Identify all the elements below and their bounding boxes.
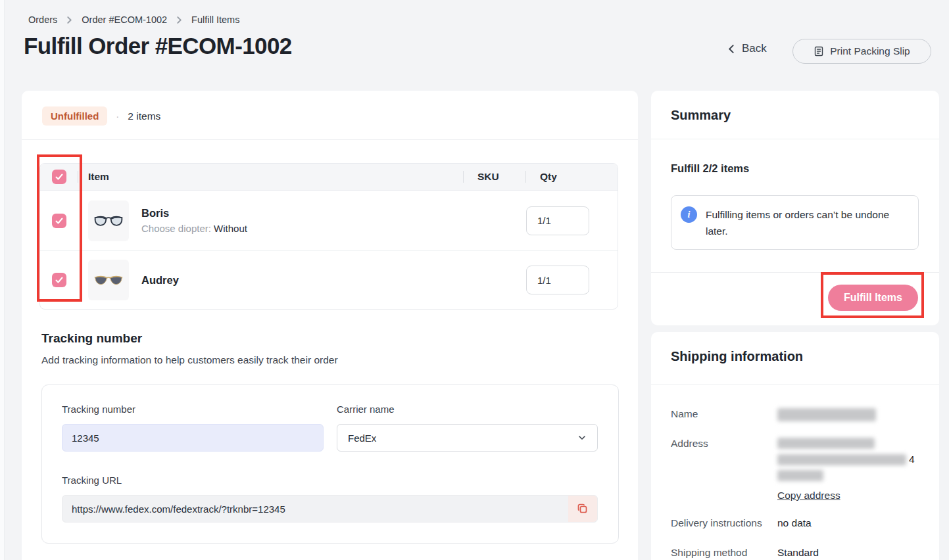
redacted-name-value [777,408,876,421]
copy-icon [577,503,589,515]
carrier-select[interactable]: FedEx [337,424,598,452]
item-name: Audrey [141,274,179,287]
divider [651,272,939,273]
item-option-value: Without [214,223,247,234]
print-label: Print Packing Slip [830,45,910,57]
tracking-url-input[interactable] [62,496,568,522]
redacted-address-line [777,454,906,465]
breadcrumb-fulfill-items: Fulfill Items [191,14,239,25]
shipping-method-value: Standard [777,547,819,559]
summary-panel: Summary Fulfill 2/2 items i Fulfilling i… [651,91,939,325]
back-label: Back [742,42,767,55]
tracking-section-subheading: Add tracking information to help custome… [41,354,338,366]
fulfill-count: Fulfill 2/2 items [671,162,749,175]
items-count: 2 items [128,110,160,122]
item-name: Boris [141,207,247,220]
check-icon [55,217,63,225]
column-header-item: Item [88,171,109,183]
copy-url-button[interactable] [568,496,597,522]
delivery-instructions-label: Delivery instructions [671,517,777,529]
delivery-instructions-value: no data [777,517,812,529]
qty-input[interactable] [526,206,589,235]
chevron-left-icon [727,45,736,53]
fulfill-items-button[interactable]: Fulfill Items [828,285,918,311]
table-header-row: Item SKU Qty [40,164,618,191]
document-icon [814,46,824,57]
check-icon [55,276,63,284]
collapsed-sidebar-edge [0,0,5,560]
summary-heading: Summary [671,108,731,123]
row-checkbox[interactable] [52,214,66,228]
copy-address-link[interactable]: Copy address [777,490,840,501]
product-image-sunglasses [88,260,129,300]
qty-input[interactable] [526,266,589,294]
chevron-right-icon [66,16,73,24]
page-title: Fulfill Order #ECOM-1002 [24,33,292,59]
carrier-selected-value: FedEx [348,432,376,444]
table-row: Boris Choose diopter: Without [40,191,618,251]
shipping-method-label: Shipping method [671,547,777,559]
carrier-name-label: Carrier name [337,404,395,415]
fulfill-items-card: Unfulfilled · 2 items Item SKU Qty [22,91,638,560]
column-header-sku: SKU [477,171,499,182]
back-button[interactable]: Back [727,42,767,55]
tracking-form: Tracking number Carrier name FedEx Track… [41,385,619,544]
breadcrumb: Orders Order #ECOM-1002 Fulfill Items [28,14,239,25]
tracking-number-input[interactable] [62,424,324,452]
print-packing-slip-button[interactable]: Print Packing Slip [792,39,931,64]
tracking-url-label: Tracking URL [62,475,122,486]
divider [651,139,939,139]
tracking-url-field [62,495,598,523]
item-option-label: Choose diopter: [141,223,211,234]
row-checkbox[interactable] [52,273,66,287]
chevron-right-icon [176,16,183,24]
info-icon: i [681,206,697,223]
tracking-section-heading: Tracking number [41,331,142,346]
table-row: Audrey [40,251,618,309]
address-visible-char: 4 [909,454,915,465]
separator-dot: · [116,110,119,122]
product-image-eyeglasses [88,200,129,241]
info-callout: i Fulfilling items or orders can’t be un… [671,195,919,250]
status-badge: Unfulfilled [42,106,107,126]
chevron-down-icon [577,433,587,442]
select-all-checkbox[interactable] [52,170,66,184]
name-label: Name [671,408,777,421]
check-icon [55,173,63,181]
shipping-heading: Shipping information [671,349,803,364]
info-text: Fulfilling items or orders can’t be undo… [706,206,909,239]
tracking-number-label: Tracking number [62,404,135,415]
redacted-address-line [777,470,823,481]
breadcrumb-orders[interactable]: Orders [28,14,57,25]
divider [651,384,939,385]
divider [22,139,638,140]
column-header-qty: Qty [540,171,557,182]
shipping-information-panel: Shipping information Name Address 4 Copy… [651,332,939,560]
breadcrumb-order-number[interactable]: Order #ECOM-1002 [82,14,167,25]
address-label: Address [671,438,777,502]
items-table: Item SKU Qty [39,163,618,310]
redacted-address-line [777,438,875,449]
